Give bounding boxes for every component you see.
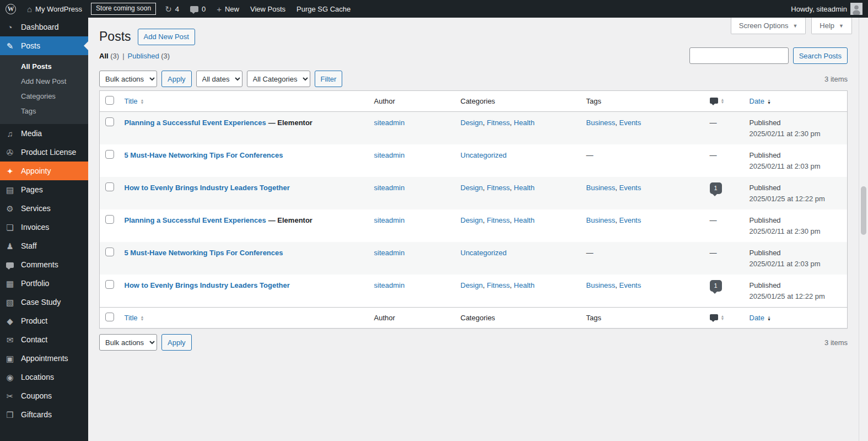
apply-button[interactable]: Apply (161, 71, 192, 87)
sidebar-item-appointments[interactable]: ▣ Appointments (0, 349, 88, 368)
search-posts-button[interactable]: Search Posts (793, 47, 848, 64)
category-link[interactable]: Design (461, 119, 483, 127)
screen-options-button[interactable]: Screen Options ▼ (731, 18, 806, 34)
sidebar-item-coupons[interactable]: ✂ Coupons (0, 386, 88, 405)
updates-menu[interactable]: ↻ 4 (159, 0, 185, 18)
sidebar-item-product-license[interactable]: ✇ Product License (0, 143, 88, 162)
row-checkbox[interactable] (105, 182, 114, 191)
purge-sg-cache-menu[interactable]: Purge SG Cache (291, 0, 356, 18)
sort-by-comments-footer[interactable]: ▲▼ (710, 314, 725, 320)
sidebar-item-dashboard[interactable]: ◔ Dashboard (0, 18, 88, 36)
tag-link[interactable]: Business (586, 216, 616, 224)
sidebar-item-locations[interactable]: ◉ Locations (0, 368, 88, 386)
row-checkbox[interactable] (105, 117, 114, 126)
sidebar-item-invoices[interactable]: ❏ Invoices (0, 218, 88, 236)
sidebar-item-posts[interactable]: ✎ Posts (0, 36, 88, 55)
category-link[interactable]: Fitness (487, 119, 510, 127)
bulk-actions-select-bottom[interactable]: Bulk actions (99, 334, 157, 351)
filter-button[interactable]: Filter (315, 71, 343, 87)
tag-link[interactable]: Events (619, 216, 641, 224)
submenu-item-tags[interactable]: Tags (0, 104, 88, 119)
submenu-item-all-posts[interactable]: All Posts (0, 59, 88, 74)
scrollbar-thumb[interactable] (861, 186, 866, 235)
sort-by-title-footer[interactable]: Title ▲▼ (125, 314, 144, 322)
sort-by-comments[interactable]: ▲▼ (710, 98, 725, 104)
category-link[interactable]: Health (514, 119, 535, 127)
view-posts-menu[interactable]: View Posts (245, 0, 291, 18)
tag-link[interactable]: Business (586, 184, 616, 192)
category-link[interactable]: Design (461, 184, 483, 192)
author-link[interactable]: siteadmin (374, 281, 405, 289)
sidebar-item-case-study[interactable]: ▧ Case Study (0, 293, 88, 311)
tag-link[interactable]: Business (586, 281, 616, 289)
row-checkbox[interactable] (105, 215, 114, 224)
sidebar-item-comments[interactable]: Comments (0, 255, 88, 274)
category-link[interactable]: Health (514, 281, 535, 289)
tag-link[interactable]: Events (619, 281, 641, 289)
bulk-actions-select[interactable]: Bulk actions (99, 71, 157, 87)
post-title-link[interactable]: Planning a Successful Event Experiences (125, 216, 266, 224)
category-link[interactable]: Health (514, 216, 535, 224)
author-link[interactable]: siteadmin (374, 249, 405, 257)
sidebar-item-staff[interactable]: ♟ Staff (0, 236, 88, 255)
submenu-item-categories[interactable]: Categories (0, 89, 88, 104)
sidebar-item-appointy[interactable]: ✦ Appointy (0, 162, 88, 180)
date-filter-select[interactable]: All dates (196, 71, 242, 87)
row-checkbox[interactable] (105, 248, 114, 256)
select-all-checkbox-footer[interactable] (105, 313, 114, 321)
sidebar-item-contact[interactable]: ✉ Contact (0, 330, 88, 349)
post-date: 2025/02/11 at 2:30 pm (750, 128, 842, 139)
view-all-link[interactable]: All (3) (99, 52, 119, 60)
category-filter-select[interactable]: All Categories (247, 71, 310, 87)
category-link[interactable]: Health (514, 184, 535, 192)
post-title-link[interactable]: Planning a Successful Event Experiences (125, 119, 266, 127)
row-checkbox[interactable] (105, 150, 114, 159)
sort-by-date[interactable]: Date ▲▼ (750, 97, 771, 105)
tag-link[interactable]: Events (619, 184, 641, 192)
comments-column-icon (710, 314, 718, 320)
sidebar-item-product[interactable]: ◆ Product (0, 311, 88, 330)
row-checkbox[interactable] (105, 280, 114, 289)
sort-by-title[interactable]: Title ▲▼ (125, 97, 144, 105)
site-name-menu[interactable]: ⌂ My WordPress (21, 0, 88, 18)
author-link[interactable]: siteadmin (374, 119, 405, 127)
post-title-link[interactable]: How to Evenly Brings Industry Leaders To… (125, 281, 290, 289)
coming-soon-badge[interactable]: Store coming soon (91, 3, 156, 15)
sidebar-item-giftcards[interactable]: ❒ Giftcards (0, 405, 88, 424)
tag-link[interactable]: Events (619, 119, 641, 127)
author-link[interactable]: siteadmin (374, 184, 405, 192)
sidebar-item-services[interactable]: ⚙ Services (0, 199, 88, 218)
add-new-post-button[interactable]: Add New Post (138, 29, 195, 45)
sort-by-date-footer[interactable]: Date ▲▼ (750, 314, 771, 322)
category-link[interactable]: Fitness (487, 184, 510, 192)
submenu-item-add-new-post[interactable]: Add New Post (0, 74, 88, 89)
tag-link[interactable]: Business (586, 119, 616, 127)
comments-menu[interactable]: 0 (185, 0, 211, 18)
vertical-scrollbar[interactable] (859, 18, 868, 441)
category-link[interactable]: Design (461, 281, 483, 289)
sidebar-item-portfolio[interactable]: ▦ Portfolio (0, 274, 88, 293)
sidebar-item-pages[interactable]: ▤ Pages (0, 180, 88, 199)
post-title-link[interactable]: 5 Must-Have Networking Tips For Conferen… (125, 151, 283, 159)
comments-count-bubble[interactable]: 1 (710, 280, 722, 292)
new-content-menu[interactable]: + New (211, 0, 245, 18)
help-button[interactable]: Help ▼ (811, 18, 852, 34)
category-link[interactable]: Fitness (487, 281, 510, 289)
search-input[interactable] (689, 47, 789, 64)
select-all-checkbox[interactable] (105, 96, 114, 105)
author-link[interactable]: siteadmin (374, 151, 405, 159)
category-link[interactable]: Uncategorized (461, 249, 507, 257)
apply-button-bottom[interactable]: Apply (161, 334, 192, 351)
howdy-account-menu[interactable]: Howdy, siteadmin (785, 0, 868, 18)
category-link[interactable]: Uncategorized (461, 151, 507, 159)
comments-count-bubble[interactable]: 1 (710, 182, 722, 194)
post-title-link[interactable]: How to Evenly Brings Industry Leaders To… (125, 184, 290, 192)
category-link[interactable]: Design (461, 216, 483, 224)
wordpress-logo-menu[interactable]: W (0, 0, 21, 18)
sidebar-item-media[interactable]: ♫ Media (0, 124, 88, 143)
view-published-link[interactable]: Published (3) (128, 52, 170, 60)
category-link[interactable]: Fitness (487, 216, 510, 224)
author-link[interactable]: siteadmin (374, 216, 405, 224)
post-state: — Elementor (268, 119, 312, 127)
post-title-link[interactable]: 5 Must-Have Networking Tips For Conferen… (125, 249, 283, 257)
